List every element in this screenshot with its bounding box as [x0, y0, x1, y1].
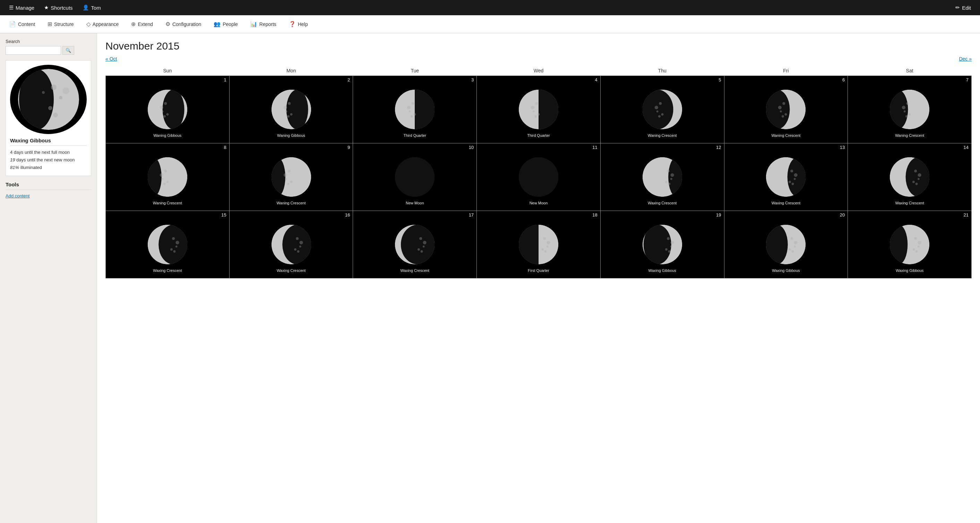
svg-point-89	[283, 173, 287, 177]
top-bar: ☰ Manage ★ Shortcuts 👤 Tom ✏ Edit	[0, 0, 980, 15]
svg-point-164	[665, 248, 668, 251]
nav-configuration[interactable]: ⚙ Configuration	[159, 15, 207, 33]
appearance-label: Appearance	[92, 21, 119, 27]
calendar-week-row: 1Waning Gibbous2Waning Gibbous3Third Qua…	[106, 76, 972, 143]
cell-moon-label: Waxing Crescent	[895, 201, 924, 205]
next-month-link[interactable]: Dec »	[959, 56, 972, 62]
moon-phase-svg	[392, 222, 437, 267]
table-row[interactable]: 1Waning Gibbous	[106, 76, 229, 143]
svg-point-49	[641, 90, 673, 129]
moon-phase-svg	[887, 87, 932, 132]
svg-point-27	[287, 115, 290, 118]
table-row[interactable]: 15Waxing Crescent	[106, 211, 229, 279]
svg-point-69	[904, 111, 906, 113]
svg-point-172	[794, 246, 796, 248]
nav-appearance[interactable]: ◇ Appearance	[80, 15, 125, 33]
svg-point-72	[905, 115, 908, 118]
cell-moon-container: Waning Gibbous	[107, 83, 228, 141]
nav-content[interactable]: 📄 Content	[3, 15, 41, 33]
user-menu[interactable]: 👤 Tom	[78, 0, 106, 15]
svg-point-4	[51, 84, 57, 90]
svg-point-18	[163, 115, 166, 118]
search-input[interactable]	[6, 46, 61, 55]
svg-point-179	[890, 225, 907, 264]
calendar-table: Sun Mon Tue Wed Thu Fri Sat 1Waning Gibb…	[105, 66, 972, 279]
svg-point-23	[288, 102, 291, 105]
svg-point-90	[287, 183, 290, 185]
prev-month-link[interactable]: « Oct	[105, 56, 117, 62]
svg-point-70	[908, 113, 911, 116]
table-row[interactable]: 2Waning Gibbous	[229, 76, 353, 143]
cell-date-number: 18	[478, 212, 599, 218]
moon-info: 4 days until the next full moon 19 days …	[10, 149, 87, 171]
table-row[interactable]: 14Waxing Crescent	[848, 143, 972, 211]
cell-date-number: 3	[355, 76, 475, 83]
shortcuts-menu[interactable]: ★ Shortcuts	[39, 0, 77, 15]
edit-button[interactable]: ✏ Edit	[951, 5, 976, 11]
svg-point-111	[794, 173, 798, 177]
table-row[interactable]: 8Waning Crescent	[106, 143, 229, 211]
moon-info-1: 4 days until the next full moon	[10, 149, 87, 156]
svg-point-137	[294, 248, 296, 251]
table-row[interactable]: 10New Moon	[353, 143, 477, 211]
table-row[interactable]: 5Waning Crescent	[600, 76, 724, 143]
cell-moon-container: Waxing Crescent	[355, 218, 475, 276]
table-row[interactable]: 19Waxing Gibbous	[600, 211, 724, 279]
nav-help[interactable]: ❓ Help	[283, 15, 314, 33]
tools-section: Tools Add content	[6, 181, 91, 199]
moon-phase-svg	[763, 222, 808, 267]
table-row[interactable]: 9Waning Crescent	[229, 143, 353, 211]
table-row[interactable]: 21Waxing Gibbous	[848, 211, 972, 279]
cell-date-number: 12	[602, 144, 723, 151]
add-content-link[interactable]: Add content	[6, 193, 29, 198]
svg-point-183	[918, 241, 921, 244]
table-row[interactable]: 18First Quarter	[477, 211, 601, 279]
svg-point-25	[290, 113, 292, 116]
cell-date-number: 9	[231, 144, 352, 151]
star-icon: ★	[44, 5, 49, 11]
cell-date-number: 16	[231, 212, 352, 218]
table-row[interactable]: 12Waxing Crescent	[600, 143, 724, 211]
cell-date-number: 13	[726, 144, 846, 151]
cell-moon-label: Waning Crescent	[277, 201, 306, 205]
svg-point-60	[780, 111, 782, 113]
svg-point-121	[915, 183, 918, 185]
search-button[interactable]: 🔍	[62, 46, 74, 55]
table-row[interactable]: 6Waning Crescent	[724, 76, 848, 143]
search-row: 🔍	[6, 46, 91, 55]
table-row[interactable]: 13Waxing Crescent	[724, 143, 848, 211]
svg-point-165	[670, 241, 674, 244]
cell-moon-label: Waning Crescent	[895, 133, 924, 138]
table-row[interactable]: 7Waning Crescent	[848, 76, 972, 143]
cell-moon-label: Third Quarter	[527, 133, 550, 138]
table-row[interactable]: 4Third Quarter	[477, 76, 601, 143]
svg-point-116	[906, 157, 931, 197]
table-row[interactable]: 16Waxing Crescent	[229, 211, 353, 279]
structure-label: Structure	[54, 21, 74, 27]
nav-structure[interactable]: ⊞ Structure	[41, 15, 80, 33]
table-row[interactable]: 17Waxing Crescent	[353, 211, 477, 279]
table-row[interactable]: 11New Moon	[477, 143, 601, 211]
svg-point-108	[791, 170, 794, 173]
svg-point-128	[170, 248, 173, 251]
nav-people[interactable]: 👥 People	[207, 15, 244, 33]
cell-moon-container: Waning Crescent	[107, 151, 228, 209]
reports-icon: 📊	[250, 21, 257, 27]
svg-point-139	[297, 250, 299, 253]
cell-moon-label: New Moon	[406, 201, 424, 205]
svg-point-42	[533, 111, 535, 113]
table-row[interactable]: 20Waxing Gibbous	[724, 211, 848, 279]
nav-extend[interactable]: ⊕ Extend	[125, 15, 159, 33]
cell-date-number: 6	[726, 76, 846, 83]
moon-phase-svg	[516, 87, 561, 132]
table-row[interactable]: 3Third Quarter	[353, 76, 477, 143]
svg-point-100	[670, 178, 672, 180]
manage-menu[interactable]: ☰ Manage	[4, 0, 39, 15]
cell-moon-container: New Moon	[355, 151, 475, 209]
user-label: Tom	[91, 5, 101, 11]
svg-point-101	[665, 181, 668, 183]
nav-reports[interactable]: 📊 Reports	[244, 15, 283, 33]
calendar-week-row: 15Waxing Crescent16Waxing Crescent17Waxi…	[106, 211, 972, 279]
cell-moon-container: Waning Crescent	[849, 83, 970, 141]
calendar-week-row: 8Waning Crescent9Waning Crescent10New Mo…	[106, 143, 972, 211]
